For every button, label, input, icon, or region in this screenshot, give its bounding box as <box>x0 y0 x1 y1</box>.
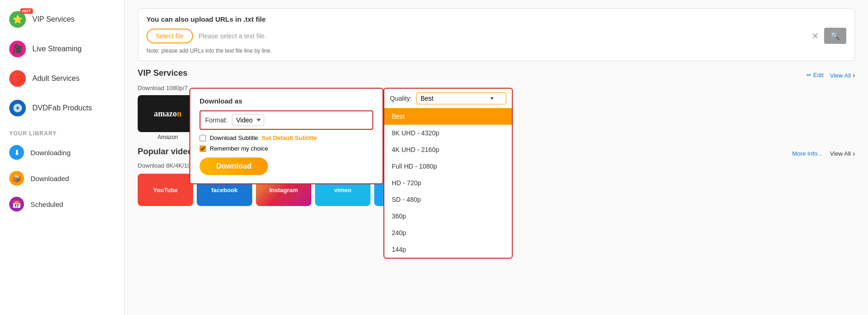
sidebar-item-scheduled[interactable]: 📅 Scheduled <box>0 191 124 217</box>
quality-option-4k[interactable]: 4K UHD - 2160p <box>384 141 512 158</box>
download-panel: Download as Format: Video Audio Download… <box>189 88 383 184</box>
hot-badge: HOT <box>20 8 33 14</box>
quality-label: Quality: <box>390 95 412 102</box>
sidebar-item-vip-services[interactable]: ⭐ VIP Services HOT <box>0 5 124 34</box>
vimeo-logo: vimeo <box>334 187 352 194</box>
upload-title: You can also upload URLs in .txt file <box>146 15 846 23</box>
instagram-logo: Instagram <box>269 187 298 194</box>
dvdfab-products-icon: 💿 <box>9 100 26 116</box>
adult-services-icon: 🚫 <box>9 70 26 87</box>
sidebar-item-downloaded[interactable]: 📦 Downloaded <box>0 165 124 191</box>
youtube-card[interactable]: YouTube <box>138 174 193 206</box>
quality-option-480p[interactable]: SD - 480p <box>384 191 512 208</box>
edit-link[interactable]: ✏ Edit <box>807 72 824 79</box>
facebook-logo: facebook <box>211 187 237 194</box>
lib-item-label: Scheduled <box>30 200 63 208</box>
subtitle-row: Download Subtitle Set Default Subtitle <box>200 134 373 141</box>
download-button[interactable]: Download <box>200 158 268 175</box>
remember-checkbox[interactable] <box>200 145 206 152</box>
quality-header-row: Quality: Best ▼ <box>384 89 512 108</box>
quality-dropdown-panel: Quality: Best ▼ Best 8K UHD - 4320p 4K U… <box>383 88 513 259</box>
subtitle-label: Download Subtitle <box>210 134 258 141</box>
upload-note: Note: please add URLs into the text file… <box>146 48 846 54</box>
download-as-title: Download as <box>200 97 373 105</box>
edit-viewall-controls: ✏ Edit View All › <box>807 71 855 79</box>
live-streaming-icon: 🎥 <box>9 41 26 57</box>
remember-label: Remember my choice <box>210 145 268 152</box>
quality-option-best[interactable]: Best <box>384 108 512 125</box>
sidebar-item-live-streaming[interactable]: 🎥 Live Streaming <box>0 34 124 64</box>
amazon-label: Amazon <box>158 134 178 140</box>
set-default-subtitle-link[interactable]: Set Default Subtitle <box>262 134 317 141</box>
sidebar-item-label: Live Streaming <box>32 45 82 53</box>
remember-row: Remember my choice <box>200 145 373 152</box>
amazon-card[interactable]: amazon <box>138 95 198 132</box>
subtitle-checkbox[interactable] <box>200 135 206 141</box>
quality-current-value: Best <box>420 95 433 102</box>
format-label: Format: <box>205 116 227 124</box>
sidebar: ⭐ VIP Services HOT 🎥 Live Streaming 🚫 Ad… <box>0 0 125 315</box>
quality-option-720p[interactable]: HD - 720p <box>384 175 512 191</box>
scheduled-icon: 📅 <box>9 197 24 212</box>
quality-option-144p[interactable]: 144p <box>384 241 512 258</box>
lib-item-label: Downloaded <box>30 175 69 182</box>
quality-option-240p[interactable]: 240p <box>384 224 512 241</box>
amazon-logo-text: amazon <box>154 109 182 119</box>
select-file-button[interactable]: Select file <box>146 29 193 43</box>
sidebar-item-label: Adult Services <box>32 74 79 83</box>
youtube-logo: YouTube <box>153 187 178 194</box>
library-header: YOUR LIBRARY <box>0 123 124 139</box>
quality-select-display[interactable]: Best ▼ <box>416 92 506 104</box>
upload-section: You can also upload URLs in .txt file Se… <box>138 8 855 61</box>
downloading-icon: ⬇ <box>9 145 24 160</box>
sidebar-item-label: DVDFab Products <box>32 104 92 112</box>
more-info-link[interactable]: More Info... <box>792 150 823 157</box>
quality-dropdown-arrow-icon: ▼ <box>489 95 495 102</box>
popular-view-all-link[interactable]: View All › <box>830 150 855 158</box>
downloaded-icon: 📦 <box>9 171 24 186</box>
close-icon[interactable]: ✕ <box>812 31 819 41</box>
amazon-card-wrap: amazon Amazon <box>138 95 198 140</box>
sidebar-item-downloading[interactable]: ⬇ Downloading <box>0 139 124 165</box>
file-placeholder: Please select a text file. <box>199 32 806 40</box>
quality-option-360p[interactable]: 360p <box>384 208 512 224</box>
sidebar-item-adult-services[interactable]: 🚫 Adult Services <box>0 64 124 93</box>
quality-option-1080p[interactable]: Full HD - 1080p <box>384 158 512 175</box>
quality-option-8k[interactable]: 8K UHD - 4320p <box>384 125 512 141</box>
view-all-link[interactable]: View All › <box>830 71 855 79</box>
format-select[interactable]: Video Audio <box>232 114 264 126</box>
sidebar-item-dvdfab-products[interactable]: 💿 DVDFab Products <box>0 93 124 123</box>
lib-item-label: Downloading <box>30 149 71 157</box>
main-content: You can also upload URLs in .txt file Se… <box>125 0 868 315</box>
vip-section-title: VIP Services <box>138 68 188 78</box>
search-button[interactable]: 🔍 <box>824 28 846 44</box>
sidebar-item-label: VIP Services <box>32 15 74 24</box>
format-row: Format: Video Audio <box>200 110 373 130</box>
